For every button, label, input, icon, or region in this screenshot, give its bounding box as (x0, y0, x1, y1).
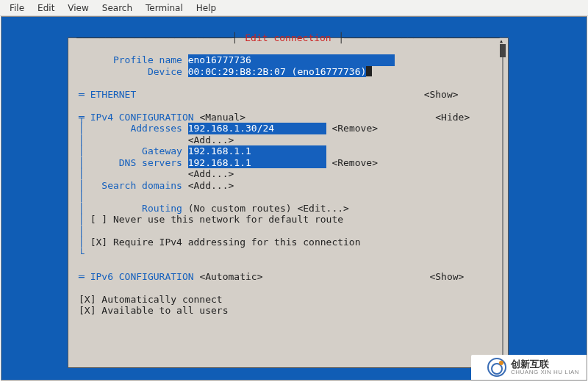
terminal-window: ───────────────────────────┤ Edit connec… (1, 16, 587, 381)
address-add-button[interactable]: <Add...> (188, 134, 234, 146)
search-domains-label: Search domains (101, 180, 182, 192)
text-cursor (366, 66, 372, 76)
ethernet-section-label: ETHERNET (90, 89, 137, 101)
routing-edit-button[interactable]: <Edit...> (297, 203, 348, 215)
scrollbar[interactable]: ▴ ▾ (500, 44, 506, 360)
routing-label: Routing (142, 203, 182, 215)
gateway-input[interactable]: 192.168.1.1 (188, 145, 326, 157)
profile-name-input[interactable]: eno16777736 (188, 54, 395, 66)
auto-connect-label: Automatically connect (101, 294, 222, 306)
watermark-brand: 创新互联 (511, 359, 579, 370)
ipv6-section-label: IPv6 CONFIGURATION (90, 271, 194, 283)
watermark-logo: 创新互联 CHUANG XIN HU LIAN (471, 355, 587, 380)
dns-add-button[interactable]: <Add...> (188, 168, 234, 180)
device-label: Device (79, 66, 188, 78)
gateway-label: Gateway (142, 145, 182, 157)
ipv6-show-toggle[interactable]: <Show> (429, 271, 464, 283)
device-input[interactable]: 00:0C:29:B8:2B:07 (eno16777736) (188, 66, 367, 78)
routing-value: (No custom routes) (188, 203, 292, 215)
menubar: File Edit View Search Terminal Help (0, 0, 588, 16)
never-default-checkbox[interactable]: [ ] (90, 214, 107, 226)
dialog-title-bar: ───────────────────────────┤ Edit connec… (68, 32, 508, 43)
menu-view[interactable]: View (61, 3, 95, 13)
address-remove-button[interactable]: <Remove> (331, 123, 378, 134)
dns-remove-button[interactable]: <Remove> (331, 157, 378, 169)
ipv4-hide-toggle[interactable]: <Hide> (435, 112, 470, 123)
scroll-thumb[interactable] (500, 44, 506, 57)
never-default-label: Never use this network for default route (113, 214, 343, 226)
auto-connect-checkbox[interactable]: [X] (79, 294, 96, 306)
menu-edit[interactable]: Edit (31, 3, 61, 13)
search-domains-add-button[interactable]: <Add...> (188, 180, 234, 192)
address-input[interactable]: 192.168.1.30/24 (188, 123, 326, 134)
ipv6-mode-select[interactable]: <Automatic> (199, 271, 262, 283)
ethernet-section-marker: ═ (79, 89, 90, 101)
logo-icon (487, 358, 506, 377)
addresses-label: Addresses (130, 123, 182, 134)
all-users-checkbox[interactable]: [X] (79, 305, 96, 317)
edit-connection-dialog: ───────────────────────────┤ Edit connec… (68, 37, 509, 368)
require-ipv4-label: Require IPv4 addressing for this connect… (113, 237, 361, 248)
menu-file[interactable]: File (3, 3, 31, 13)
profile-name-label: Profile name (79, 54, 188, 66)
ipv4-mode-select[interactable]: <Manual> (199, 112, 245, 123)
menu-search[interactable]: Search (96, 3, 139, 13)
dialog-title: Edit connection (243, 32, 332, 43)
dns-label: DNS servers (119, 157, 182, 169)
menu-terminal[interactable]: Terminal (139, 3, 190, 13)
require-ipv4-checkbox[interactable]: [X] (90, 237, 107, 248)
ipv6-section-marker: ═ (79, 271, 90, 283)
watermark-sub: CHUANG XIN HU LIAN (511, 370, 579, 375)
all-users-label: Available to all users (101, 305, 228, 317)
ethernet-show-toggle[interactable]: <Show> (424, 89, 459, 101)
dns-input[interactable]: 192.168.1.1 (188, 157, 326, 169)
menu-help[interactable]: Help (190, 3, 223, 13)
ipv4-section-label: IPv4 CONFIGURATION (90, 112, 194, 123)
